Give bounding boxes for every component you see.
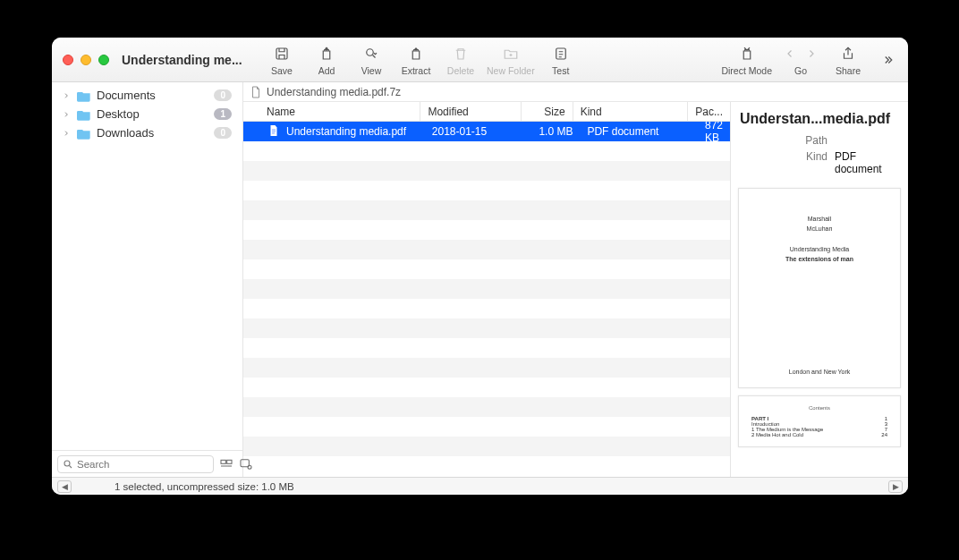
count-badge: 0 <box>214 127 232 139</box>
view-icon <box>361 44 381 64</box>
direct-mode-icon <box>737 44 757 64</box>
filename: Understanding media.pdf <box>286 125 406 138</box>
count-badge: 0 <box>214 89 232 101</box>
col-modified[interactable]: Modified <box>420 102 521 121</box>
delete-button[interactable]: Delete <box>442 44 480 76</box>
cell-size: 1.0 MB <box>528 125 581 138</box>
share-button[interactable]: Share <box>829 44 867 76</box>
inspector-panel: Understan...media.pdf Path Kind PDF docu… <box>730 102 908 477</box>
sidebar-item-desktop[interactable]: Desktop 1 <box>57 105 237 123</box>
cell-modified: 2018-01-15 <box>425 125 528 138</box>
empty-row <box>243 338 730 358</box>
svg-point-1 <box>367 48 374 55</box>
cell-packed: 872 KB <box>698 122 730 144</box>
meta-key-kind: Kind <box>740 150 827 163</box>
status-right-button[interactable]: ▶ <box>888 480 903 493</box>
svg-rect-5 <box>227 460 232 463</box>
svg-point-3 <box>64 461 70 466</box>
folder-icon <box>77 108 91 121</box>
add-icon <box>317 44 336 64</box>
col-size[interactable]: Size <box>522 102 573 121</box>
col-packed[interactable]: Pac... <box>688 102 730 121</box>
folder-icon <box>77 127 91 140</box>
meta-key-path: Path <box>740 134 827 147</box>
extract-icon <box>406 44 426 64</box>
empty-row <box>243 141 730 161</box>
status-left-button[interactable]: ◀ <box>57 480 72 493</box>
empty-row <box>243 200 730 220</box>
empty-row <box>243 161 730 181</box>
preview-stack: Marshall McLuhan Understanding Media The… <box>731 184 908 477</box>
breadcrumb-text: Understanding media.pdf.7z <box>267 86 401 98</box>
minimize-window-button[interactable] <box>81 55 91 65</box>
save-button[interactable]: Save <box>263 44 301 76</box>
document-icon <box>268 124 281 139</box>
search-field[interactable] <box>57 455 214 473</box>
sidebar-item-label: Documents <box>97 89 156 102</box>
chevron-right-icon <box>63 130 72 137</box>
chevron-right-icon <box>63 92 72 99</box>
search-icon <box>63 459 73 470</box>
file-table-wrap: Name Modified Size Kind Pac... Un <box>243 102 908 477</box>
empty-row <box>243 220 730 240</box>
trash-icon <box>451 44 471 64</box>
meta-val-kind: PDF document <box>835 150 899 175</box>
overflow-button[interactable] <box>881 54 899 66</box>
breadcrumb[interactable]: Understanding media.pdf.7z <box>243 82 908 102</box>
share-icon <box>838 44 858 64</box>
empty-row <box>243 318 730 338</box>
col-name[interactable]: Name <box>243 102 420 121</box>
col-kind[interactable]: Kind <box>573 102 689 121</box>
empty-row <box>243 437 730 456</box>
table-header: Name Modified Size Kind Pac... <box>243 102 730 122</box>
window-title: Understanding me... <box>122 53 256 67</box>
inspector-meta: Path Kind PDF document <box>731 132 908 184</box>
sidebar-item-label: Desktop <box>97 107 140 121</box>
new-folder-button[interactable]: New Folder <box>487 44 535 76</box>
window-controls <box>63 55 109 65</box>
preview-page-2: Contents PART I1 Introduction3 1 The Med… <box>738 395 901 447</box>
go-forward-button[interactable] <box>801 44 822 64</box>
search-input[interactable] <box>77 459 208 470</box>
sidebar: Documents 0 Desktop 1 <box>52 82 243 477</box>
empty-row <box>243 240 730 259</box>
folder-plus-icon <box>501 44 521 64</box>
direct-mode-button[interactable]: Direct Mode <box>721 44 772 76</box>
extract-button[interactable]: Extract <box>397 44 435 76</box>
empty-row <box>243 299 730 318</box>
status-bar: ◀ 1 selected, uncompressed size: 1.0 MB … <box>52 477 908 495</box>
archive-file-icon <box>250 86 261 98</box>
sidebar-item-downloads[interactable]: Downloads 0 <box>57 123 237 142</box>
zoom-window-button[interactable] <box>98 55 109 65</box>
folder-icon <box>77 89 91 102</box>
preview-page-1: Marshall McLuhan Understanding Media The… <box>738 188 901 388</box>
chevron-right-icon <box>63 111 72 118</box>
go-nav: Go <box>779 44 822 76</box>
add-button[interactable]: Add <box>308 44 345 76</box>
cell-kind: PDF document <box>580 125 698 138</box>
svg-rect-0 <box>276 48 287 59</box>
window-body: Documents 0 Desktop 1 <box>52 82 908 477</box>
save-icon <box>272 44 292 64</box>
view-button[interactable]: View <box>352 44 390 76</box>
toolbar: Understanding me... Save Add View Extrac… <box>52 38 908 82</box>
inspector-title: Understan...media.pdf <box>731 102 908 132</box>
empty-row <box>243 397 730 417</box>
sidebar-item-label: Downloads <box>97 126 154 140</box>
empty-row <box>243 259 730 279</box>
sidebar-list: Documents 0 Desktop 1 <box>52 82 242 450</box>
empty-row <box>243 378 730 397</box>
empty-row <box>243 279 730 299</box>
go-back-button[interactable] <box>779 44 801 64</box>
app-window: Understanding me... Save Add View Extrac… <box>52 38 908 495</box>
table-row[interactable]: Understanding media.pdf 2018-01-15 1.0 M… <box>243 122 730 141</box>
close-window-button[interactable] <box>63 55 73 65</box>
test-button[interactable]: Test <box>542 44 580 76</box>
sidebar-tool-a[interactable] <box>219 456 233 472</box>
status-text: 1 selected, uncompressed size: 1.0 MB <box>115 481 294 492</box>
sidebar-item-documents[interactable]: Documents 0 <box>57 86 237 105</box>
table-body: Understanding media.pdf 2018-01-15 1.0 M… <box>243 122 730 477</box>
empty-row <box>243 181 730 200</box>
count-badge: 1 <box>214 108 232 120</box>
empty-row <box>243 358 730 378</box>
